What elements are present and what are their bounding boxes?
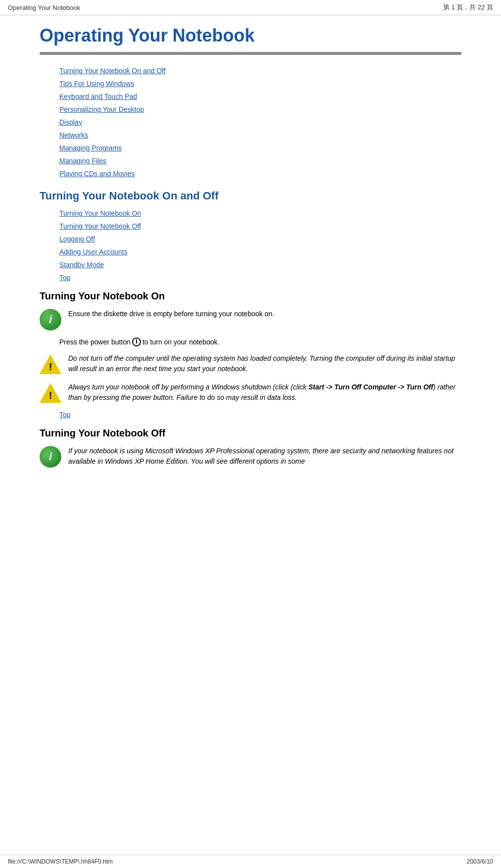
main-content: Operating Your Notebook Turning Your Not…: [0, 15, 501, 504]
section3-note-block: i If your notebook is using Microsoft Wi…: [40, 446, 461, 468]
warning-icon-1: !: [40, 353, 61, 375]
section1-top-link[interactable]: Top: [59, 274, 461, 282]
section1-heading: Turning Your Notebook On and Off: [40, 190, 461, 202]
section2-top-link-container: Top: [59, 411, 461, 419]
warning-text-2-content: Always turn your notebook off by perform…: [68, 383, 455, 401]
section2-top-link[interactable]: Top: [59, 411, 71, 419]
toc-link-5[interactable]: Display: [59, 118, 461, 126]
toc-link-6[interactable]: Networks: [59, 131, 461, 139]
note-block-1: i Ensure the diskette drive is empty bef…: [40, 309, 461, 331]
section1-link-2[interactable]: Turning Your Notebook Off: [59, 222, 461, 230]
press-before: Press the power button: [59, 338, 131, 346]
warning-block-2: ! Always turn your notebook off by perfo…: [40, 382, 461, 404]
page-header: Operating Your Notebook 第 1 頁，共 22 頁: [0, 0, 501, 15]
warning-block-1: ! Do not turn off the computer until the…: [40, 353, 461, 375]
section1-link-4[interactable]: Adding User Accounts: [59, 248, 461, 256]
table-of-contents: Turning Your Notebook On and Off Tips Fo…: [59, 67, 461, 178]
power-button-icon: [132, 338, 141, 346]
warning-icon-2: !: [40, 382, 61, 404]
toc-link-7[interactable]: Managing Programs: [59, 144, 461, 152]
section3-note-text: If your notebook is using Microsoft Wind…: [68, 446, 461, 467]
press-after: to turn on your notebook.: [142, 338, 220, 346]
page-footer: file:///C:\WINDOWS\TEMP\.hh84F0.htm 2003…: [0, 855, 501, 868]
section1-toc: Turning Your Notebook On Turning Your No…: [59, 209, 461, 282]
section1-link-5[interactable]: Standby Mode: [59, 261, 461, 269]
toc-link-9[interactable]: Playing CDs and Movies: [59, 170, 461, 178]
section2-heading: Turning Your Notebook On: [40, 290, 461, 302]
warning-text-1: Do not turn off the computer until the o…: [68, 353, 461, 374]
toc-link-1[interactable]: Turning Your Notebook On and Off: [59, 67, 461, 75]
toc-link-2[interactable]: Tips For Using Windows: [59, 80, 461, 88]
press-power-text: Press the power button to turn on your n…: [59, 338, 461, 346]
section3-heading: Turning Your Notebook Off: [40, 428, 461, 439]
header-left: Operating Your Notebook: [8, 4, 80, 11]
info-icon-1: i: [40, 309, 61, 331]
toc-link-3[interactable]: Keyboard and Touch Pad: [59, 93, 461, 100]
footer-left: file:///C:\WINDOWS\TEMP\.hh84F0.htm: [8, 858, 113, 865]
toc-link-8[interactable]: Managing Files: [59, 157, 461, 165]
toc-link-4[interactable]: Personalizing Your Desktop: [59, 105, 461, 113]
page-title: Operating Your Notebook: [40, 25, 461, 46]
header-right: 第 1 頁，共 22 頁: [443, 3, 493, 12]
info-icon-2: i: [40, 446, 61, 468]
note-text-1: Ensure the diskette drive is empty befor…: [68, 309, 274, 319]
section1-link-1[interactable]: Turning Your Notebook On: [59, 209, 461, 217]
warning-text-2: Always turn your notebook off by perform…: [68, 382, 461, 403]
section1-link-3[interactable]: Logging Off: [59, 235, 461, 243]
divider: [40, 52, 461, 55]
footer-right: 2003/6/10: [467, 858, 493, 865]
